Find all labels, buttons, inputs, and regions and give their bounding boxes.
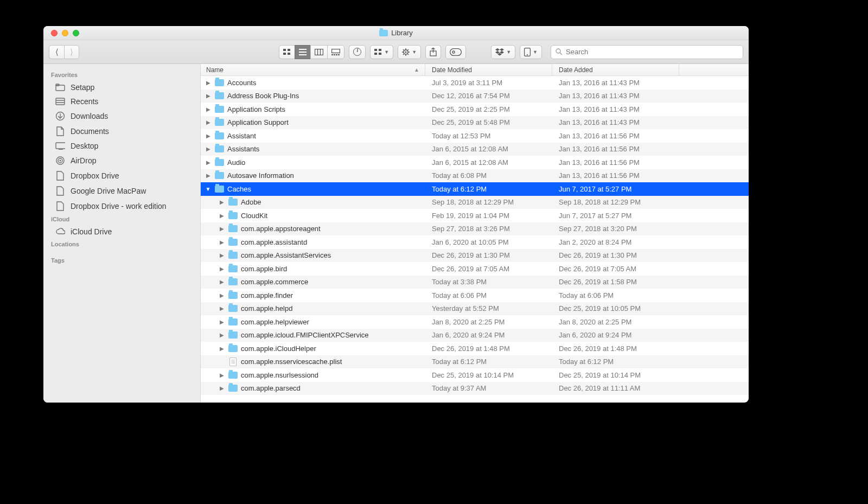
file-row[interactable]: ▶com.apple.assistantdJan 6, 2020 at 10:0… — [201, 235, 749, 249]
disclosure-triangle[interactable]: ▶ — [219, 372, 225, 378]
file-row[interactable]: ▶com.apple.AssistantServicesDec 26, 2019… — [201, 249, 749, 263]
sidebar-item[interactable]: Downloads — [43, 109, 200, 124]
file-row[interactable]: ▶Autosave InformationToday at 6:08 PMJan… — [201, 169, 749, 183]
file-row[interactable]: ▶com.apple.finderToday at 6:06 PMToday a… — [201, 289, 749, 302]
sidebar: FavoritesSetappRecentsDownloadsDocuments… — [43, 64, 201, 403]
disclosure-triangle[interactable]: ▶ — [219, 213, 225, 219]
fullscreen-window-button[interactable] — [73, 30, 79, 36]
file-row[interactable]: ▼CachesToday at 6:12 PMJun 7, 2017 at 5:… — [201, 182, 749, 196]
disclosure-triangle[interactable]: ▶ — [205, 93, 211, 99]
sidebar-section-header[interactable]: Tags — [43, 255, 200, 266]
sidebar-item[interactable]: Setapp — [43, 80, 200, 94]
device-icon — [524, 48, 531, 56]
disclosure-triangle[interactable]: ▶ — [205, 133, 211, 139]
view-gallery-button[interactable] — [327, 45, 344, 59]
sidebar-item[interactable]: Google Drive MacPaw — [43, 183, 200, 199]
disclosure-triangle[interactable]: ▶ — [205, 119, 211, 125]
disclosure-triangle[interactable]: ▶ — [219, 305, 225, 311]
file-row[interactable]: ▶AccountsJul 3, 2019 at 3:11 PMJan 13, 2… — [201, 76, 749, 90]
sidebar-item[interactable]: Dropbox Drive — [43, 168, 200, 183]
date-added: Sep 27, 2018 at 3:20 PM — [552, 225, 679, 233]
file-row[interactable]: ▶Application SupportDec 25, 2019 at 5:48… — [201, 116, 749, 130]
edit-tags-button[interactable] — [445, 45, 466, 59]
search-field[interactable] — [551, 45, 743, 59]
date-added: Jan 6, 2020 at 9:24 PM — [552, 331, 679, 339]
close-window-button[interactable] — [51, 30, 58, 36]
disclosure-triangle[interactable]: ▶ — [219, 226, 225, 232]
back-button[interactable]: ⟨ — [49, 45, 64, 59]
file-row[interactable]: com.apple.nsservicescache.plistToday at … — [201, 355, 749, 369]
sidebar-item[interactable]: Recents — [43, 94, 200, 109]
date-modified: Sep 18, 2018 at 12:29 PM — [425, 198, 552, 206]
file-row[interactable]: ▶com.apple.parsecdToday at 9:37 AMDec 26… — [201, 382, 749, 395]
file-row[interactable]: ▶AssistantToday at 12:53 PMJan 13, 2016 … — [201, 129, 749, 143]
device-menu-button[interactable]: ▼ — [520, 45, 542, 59]
disclosure-triangle[interactable]: ▶ — [219, 346, 225, 352]
file-row[interactable]: ▶com.apple.helpdYesterday at 5:52 PMDec … — [201, 302, 749, 316]
column-headers: Name ▲ Date Modified Date Added — [201, 64, 749, 76]
search-input[interactable] — [566, 48, 738, 56]
disclosure-triangle[interactable]: ▶ — [219, 292, 225, 298]
file-row[interactable]: ▶com.apple.iCloudHelperDec 26, 2019 at 1… — [201, 342, 749, 355]
file-row[interactable]: ▶Application ScriptsDec 25, 2019 at 2:25… — [201, 103, 749, 116]
file-row[interactable]: ▶AdobeSep 18, 2018 at 12:29 PMSep 18, 20… — [201, 196, 749, 209]
date-modified: Today at 6:08 PM — [425, 171, 552, 180]
disclosure-triangle[interactable]: ▶ — [219, 252, 225, 258]
sidebar-item-label: Google Drive MacPaw — [71, 187, 146, 195]
view-columns-button[interactable] — [310, 45, 327, 59]
file-rows[interactable]: ▶AccountsJul 3, 2019 at 3:11 PMJan 13, 2… — [201, 76, 749, 403]
file-row[interactable]: ▶com.apple.commerceToday at 3:38 PMDec 2… — [201, 276, 749, 289]
file-row[interactable]: ▶AudioJan 6, 2015 at 12:08 AMJan 13, 201… — [201, 156, 749, 169]
sidebar-item[interactable]: Documents — [43, 124, 200, 139]
sidebar-section-header[interactable]: iCloud — [43, 214, 200, 225]
file-row[interactable]: ▶com.apple.helpviewerJan 8, 2020 at 2:25… — [201, 315, 749, 329]
disclosure-triangle[interactable]: ▼ — [205, 186, 211, 192]
column-header-date-added[interactable]: Date Added — [552, 64, 679, 75]
disclosure-triangle[interactable]: ▶ — [219, 266, 225, 272]
file-row[interactable]: ▶AssistantsJan 6, 2015 at 12:08 AMJan 13… — [201, 143, 749, 156]
minimize-window-button[interactable] — [62, 30, 68, 36]
group-by-button[interactable]: ▼ — [370, 45, 393, 59]
svg-marker-33 — [495, 48, 500, 51]
column-header-date-modified[interactable]: Date Modified — [425, 64, 552, 75]
date-modified: Yesterday at 5:52 PM — [425, 304, 552, 312]
share-button[interactable] — [425, 45, 441, 59]
disclosure-triangle[interactable]: ▶ — [219, 385, 225, 391]
disclosure-triangle[interactable]: ▶ — [219, 332, 225, 338]
view-list-button[interactable] — [295, 45, 310, 59]
sidebar-section-header[interactable]: Locations — [43, 239, 200, 250]
date-modified: Jan 6, 2020 at 10:05 PM — [425, 238, 552, 246]
disclosure-triangle[interactable]: ▶ — [219, 319, 225, 325]
forward-button[interactable]: ⟩ — [64, 45, 79, 59]
disclosure-triangle[interactable]: ▶ — [219, 199, 225, 205]
file-row[interactable]: ▶CloudKitFeb 19, 2019 at 1:04 PMJun 7, 2… — [201, 209, 749, 222]
disclosure-triangle[interactable]: ▶ — [205, 106, 211, 112]
folder-icon — [215, 92, 224, 99]
disclosure-triangle[interactable]: ▶ — [205, 160, 211, 165]
dropbox-menu-button[interactable]: ▼ — [491, 45, 515, 59]
file-row[interactable]: ▶com.apple.appstoreagentSep 27, 2018 at … — [201, 222, 749, 236]
file-row[interactable]: ▶com.apple.icloud.FMIPClientXPCServiceJa… — [201, 329, 749, 342]
folder-icon — [379, 30, 388, 36]
svg-line-41 — [560, 53, 562, 55]
info-button[interactable] — [349, 45, 366, 59]
disclosure-triangle[interactable]: ▶ — [205, 146, 211, 152]
file-row[interactable]: ▶Address Book Plug-InsDec 12, 2016 at 7:… — [201, 90, 749, 103]
disclosure-triangle[interactable]: ▶ — [205, 173, 211, 178]
column-header-name[interactable]: Name ▲ — [201, 64, 425, 75]
sidebar-section-header[interactable]: Favorites — [43, 69, 200, 80]
doc-icon — [55, 186, 65, 196]
sidebar-item[interactable]: iCloud Drive — [43, 225, 200, 239]
sidebar-item[interactable]: AirDrop — [43, 153, 200, 168]
file-row[interactable]: ▶com.apple.nsurlsessiondDec 25, 2019 at … — [201, 368, 749, 382]
date-modified: Today at 12:53 PM — [425, 132, 552, 140]
titlebar[interactable]: Library — [43, 26, 749, 40]
file-row[interactable]: ▶com.apple.birdDec 26, 2019 at 7:05 AMDe… — [201, 262, 749, 276]
sidebar-item[interactable]: Desktop — [43, 139, 200, 153]
sidebar-item[interactable]: Dropbox Drive - work edition — [43, 199, 200, 214]
disclosure-triangle[interactable]: ▶ — [219, 279, 225, 285]
view-icons-button[interactable] — [279, 45, 295, 59]
disclosure-triangle[interactable]: ▶ — [219, 239, 225, 245]
action-menu-button[interactable]: ▼ — [398, 45, 421, 59]
disclosure-triangle[interactable]: ▶ — [205, 80, 211, 86]
